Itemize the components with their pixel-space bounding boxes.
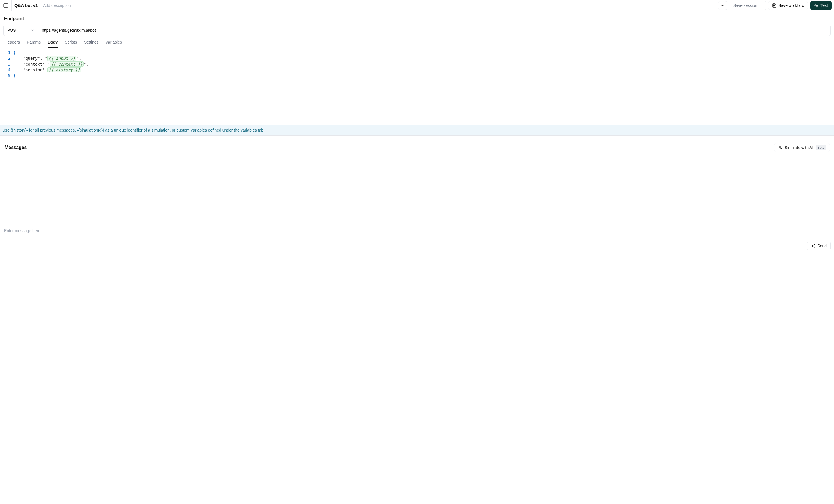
sparkle-icon [778,145,782,150]
line-number: 2 [3,56,10,61]
endpoint-section-title: Endpoint [4,16,831,21]
test-button[interactable]: Test [810,1,832,10]
save-session-split-button: Save session [729,1,766,10]
svg-point-3 [722,5,723,5]
code-token: "session": [13,68,47,72]
body-code-editor[interactable]: 1 2 3 4 5 { "query": "{{ input }}", "con… [3,48,831,123]
more-actions-button[interactable] [718,1,727,10]
beta-badge: Beta [815,145,826,150]
code-token: { [13,50,16,55]
tab-variables[interactable]: Variables [106,40,122,48]
endpoint-url-input[interactable] [38,25,830,36]
top-bar: Q&A bot v1 Add description Save session … [0,0,834,11]
tab-headers[interactable]: Headers [5,40,20,48]
line-number: 5 [3,73,10,79]
code-token: ", [84,62,89,66]
test-label: Test [820,3,828,8]
tab-params[interactable]: Params [27,40,41,48]
messages-area [3,154,831,220]
tab-body[interactable]: Body [48,40,58,48]
save-workflow-button[interactable]: Save workflow [768,1,808,10]
workflow-title: Q&A bot v1 [15,3,38,8]
save-session-menu-button[interactable] [761,1,766,10]
simulate-label: Simulate with AI [785,145,813,150]
send-icon [811,244,815,248]
endpoint-row: POST [3,25,831,36]
send-button[interactable]: Send [807,242,831,250]
code-token: "query": " [13,56,47,61]
panel-icon [3,3,8,8]
message-input[interactable] [3,227,831,234]
http-method-select[interactable]: POST [4,25,38,36]
request-tabs: Headers Params Body Scripts Settings Var… [3,36,831,48]
save-workflow-label: Save workflow [778,3,804,8]
svg-point-2 [721,5,721,5]
tab-scripts[interactable]: Scripts [65,40,77,48]
template-variable[interactable]: {{ context }} [50,62,84,67]
panel-toggle-button[interactable] [0,0,12,11]
template-variable[interactable]: {{ history }} [47,67,81,72]
line-number: 3 [3,61,10,67]
code-token: } [13,73,16,78]
template-variable[interactable]: {{ input }} [47,56,76,61]
line-number-gutter: 1 2 3 4 5 [3,50,13,123]
line-number: 1 [3,50,10,56]
code-token: "context":" [13,62,50,66]
info-banner: Use {{history}} for all previous message… [0,125,834,136]
activity-icon [814,3,819,8]
messages-section-title: Messages [5,145,27,150]
line-number: 4 [3,67,10,73]
message-composer: Send [0,223,834,254]
simulate-with-ai-button[interactable]: Simulate with AI Beta [774,143,830,152]
code-lines: { "query": "{{ input }}", "context":"{{ … [13,50,831,123]
send-label: Send [817,244,827,248]
svg-point-4 [723,5,724,5]
add-description-button[interactable]: Add description [43,3,71,8]
more-horizontal-icon [720,3,725,8]
save-icon [772,3,776,8]
http-method-value: POST [7,28,18,32]
chevron-down-icon [30,28,35,32]
tab-settings[interactable]: Settings [84,40,99,48]
svg-rect-0 [4,4,8,7]
save-session-button[interactable]: Save session [730,1,761,10]
code-token: ", [76,56,81,61]
